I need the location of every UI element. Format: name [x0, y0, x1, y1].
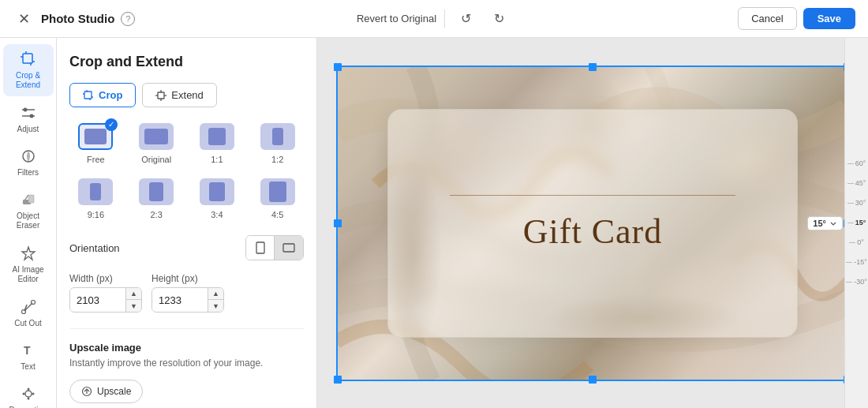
sidebar-item-decorative[interactable]: Decorative: [3, 379, 54, 408]
close-icon: ✕: [18, 10, 30, 28]
ratio-1-2[interactable]: 1:2: [251, 120, 304, 167]
revert-button[interactable]: Revert to Original: [357, 13, 436, 24]
ruler-tick-label: 0°: [857, 239, 864, 246]
gift-card-line: [450, 195, 736, 196]
sidebar-item-label: Object Eraser: [6, 211, 51, 230]
gold-swirls: [336, 66, 849, 381]
sidebar-item-crop-extend[interactable]: Crop & Extend: [3, 44, 54, 96]
adjust-icon: [20, 104, 37, 122]
ratio-4-5[interactable]: 4:5: [251, 175, 304, 223]
crop-icon: [83, 90, 94, 101]
ratio-free-label: Free: [87, 155, 105, 164]
ratio-1-1-label: 1:1: [211, 155, 223, 164]
svg-point-20: [22, 393, 24, 395]
sidebar-item-cut-out[interactable]: Cut Out: [3, 292, 54, 334]
divider: [444, 9, 445, 28]
text-icon: T: [20, 342, 37, 359]
redo-button[interactable]: ↻: [486, 6, 511, 32]
height-spinners: ▲ ▼: [208, 288, 223, 312]
svg-rect-26: [84, 92, 92, 99]
ruler-tick-label: 30°: [855, 200, 866, 207]
svg-point-17: [25, 391, 32, 397]
sidebar-icons: Crop & Extend Adjust Filters: [0, 38, 57, 408]
sidebar-item-label: Text: [21, 362, 35, 371]
ratio-3-4[interactable]: 3:4: [191, 175, 244, 223]
width-input-wrap: ▲ ▼: [69, 287, 142, 313]
sidebar-item-text[interactable]: T Text: [3, 335, 54, 377]
height-decrement-button[interactable]: ▼: [208, 300, 223, 312]
ratio-2-3-label: 2:3: [150, 210, 162, 219]
save-button[interactable]: Save: [803, 8, 855, 29]
svg-rect-0: [23, 54, 32, 63]
height-label: Height (px): [152, 273, 224, 284]
sidebar-item-filters[interactable]: Filters: [3, 141, 54, 183]
landscape-button[interactable]: [275, 236, 303, 260]
sidebar-item-label: Filters: [17, 168, 39, 177]
svg-rect-36: [256, 242, 264, 253]
ratio-9-16-inner: [90, 183, 101, 200]
ratio-2-3[interactable]: 2:3: [130, 175, 183, 223]
decorative-icon: [20, 385, 37, 402]
sidebar-item-label: Cut Out: [14, 319, 41, 328]
width-label: Width (px): [69, 273, 142, 284]
ratio-original-label: Original: [141, 155, 171, 164]
sidebar-item-adjust[interactable]: Adjust: [3, 98, 54, 140]
width-spinners: ▲ ▼: [125, 288, 141, 312]
extend-tab-label: Extend: [171, 89, 203, 101]
sidebar-item-label: Crop & Extend: [6, 71, 51, 90]
ratio-1-1-inner: [208, 128, 226, 145]
ratio-9-16-label: 9:16: [88, 210, 104, 219]
ruler-line: [847, 223, 854, 223]
width-increment-button[interactable]: ▲: [125, 288, 141, 300]
sidebar-item-object-eraser[interactable]: Object Eraser: [3, 185, 54, 237]
ratio-original-box: [139, 123, 174, 150]
ruler-line: [846, 262, 852, 263]
height-input[interactable]: [152, 290, 208, 311]
ratio-free[interactable]: Free: [69, 120, 122, 167]
height-input-wrap: ▲ ▼: [152, 287, 224, 313]
svg-point-15: [31, 301, 35, 305]
portrait-button[interactable]: [246, 236, 275, 260]
object-eraser-icon: [20, 191, 37, 208]
ruler-line: [849, 242, 855, 243]
close-button[interactable]: ✕: [13, 8, 35, 30]
extend-icon: [155, 90, 166, 101]
width-input[interactable]: [70, 290, 125, 311]
ratio-free-inner: [84, 129, 107, 144]
svg-point-8: [29, 114, 33, 118]
undo-icon: ↺: [461, 11, 471, 26]
crop-extend-panel: Crop and Extend Crop: [57, 38, 317, 408]
width-decrement-button[interactable]: ▼: [125, 300, 141, 312]
upscale-btn-label: Upscale: [97, 386, 131, 397]
cancel-button[interactable]: Cancel: [738, 7, 796, 30]
rotation-badge: 15°: [807, 216, 843, 230]
ruler-line: [847, 163, 854, 164]
ruler-tick-label: 60°: [855, 160, 866, 167]
ratio-1-2-box: [260, 123, 295, 150]
svg-rect-11: [28, 195, 34, 203]
ratio-3-4-label: 3:4: [211, 210, 223, 219]
upscale-desc: Instantly improve the resolution of your…: [69, 357, 304, 370]
ai-image-editor-icon: [20, 245, 37, 262]
svg-text:T: T: [24, 344, 31, 357]
portrait-icon: [256, 241, 265, 254]
ratio-1-1[interactable]: 1:1: [191, 120, 244, 167]
ratio-original-inner: [144, 129, 168, 144]
crop-tab-button[interactable]: Crop: [69, 83, 136, 107]
sidebar-item-ai-image-editor[interactable]: AI Image Editor: [3, 238, 54, 290]
redo-icon: ↻: [494, 11, 504, 26]
gift-card-text: Gift Card: [523, 211, 662, 252]
extend-tab-button[interactable]: Extend: [142, 83, 216, 107]
help-icon[interactable]: ?: [121, 12, 135, 26]
ruler-tick-60: 60°: [847, 160, 866, 167]
undo-button[interactable]: ↺: [453, 6, 478, 32]
upscale-button[interactable]: Upscale: [69, 380, 143, 403]
ratio-9-16[interactable]: 9:16: [69, 175, 122, 223]
ratio-original[interactable]: Original: [130, 120, 183, 167]
svg-rect-37: [283, 244, 294, 252]
filters-icon: [20, 148, 37, 165]
height-increment-button[interactable]: ▲: [208, 288, 223, 300]
orientation-label: Orientation: [69, 242, 120, 254]
app-title: Photo Studio: [41, 12, 114, 25]
ruler-line: [846, 282, 852, 283]
